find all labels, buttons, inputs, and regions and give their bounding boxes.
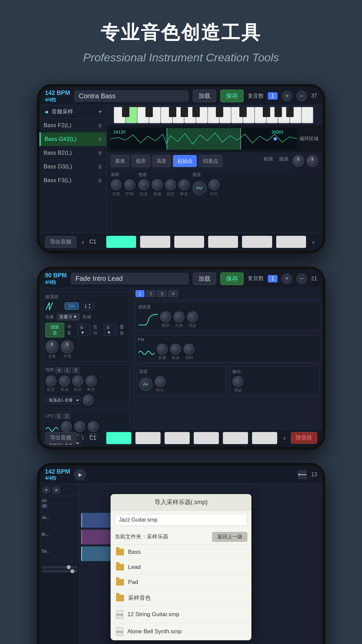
key-d1[interactable] — [140, 236, 170, 248]
file-item-12-string[interactable]: smp 12 String Guitar.smp — [111, 606, 251, 623]
lfo-tab-2[interactable]: 2 — [63, 413, 70, 419]
key-c1-2[interactable] — [106, 432, 131, 444]
filter-res-knob[interactable] — [173, 311, 185, 323]
release-knob[interactable] — [178, 179, 190, 191]
file-item-alone-bell[interactable]: smp Alone Bell Synth.smp — [111, 623, 251, 640]
output-gain-knob[interactable] — [232, 376, 244, 387]
fader-2[interactable] — [42, 570, 77, 573]
lfo-depth-knob[interactable] — [74, 421, 85, 432]
key-f1[interactable] — [208, 236, 238, 248]
add-icon-2[interactable]: + — [282, 273, 292, 284]
chord-value[interactable]: 音量 0 ▼ — [57, 313, 80, 321]
stop-btn[interactable]: ⟵ — [298, 470, 307, 479]
key-a1-2[interactable] — [252, 432, 277, 444]
filter-gain-knob[interactable] — [187, 311, 198, 323]
back-btn[interactable]: 返回上一级 — [212, 532, 247, 542]
sample-item-2[interactable]: Bass B2(L) 🗑 — [40, 146, 106, 160]
decay-knob[interactable] — [152, 179, 163, 191]
vol-knob[interactable] — [111, 179, 122, 191]
filter-freq-knob[interactable] — [160, 311, 171, 323]
add-track-btn[interactable]: + — [42, 486, 50, 494]
num-up[interactable]: ▲ — [88, 303, 91, 306]
env-tab-2[interactable]: 2 — [72, 367, 79, 373]
sample-item-0[interactable]: Bass F2(L) 🗑 — [40, 119, 106, 132]
key-c1[interactable] — [106, 236, 136, 248]
export-btn-2[interactable]: 导出音频 — [45, 432, 76, 444]
attack-knob[interactable] — [138, 179, 149, 191]
reverb2-time-knob[interactable] — [155, 376, 166, 387]
env-sustain-knob[interactable] — [72, 375, 83, 387]
env-release-knob[interactable] — [85, 375, 97, 387]
filter-tab-1[interactable]: 1 — [135, 290, 144, 297]
fine-tune-label[interactable]: 精调 — [261, 155, 275, 167]
play-btn[interactable]: ▶ — [74, 469, 86, 481]
env-tab-1[interactable]: 1 — [64, 367, 71, 373]
prev-key-btn[interactable]: ‹ — [79, 237, 87, 247]
add-icon-1[interactable]: + — [282, 91, 292, 101]
key-g1[interactable] — [242, 236, 272, 248]
sample-item-4[interactable]: Bass F3(L) 🗑 — [40, 174, 106, 187]
pan-knob[interactable] — [124, 179, 135, 191]
delete-icon-3[interactable]: 🗑 — [98, 164, 102, 169]
delete-icon-0[interactable]: 🗑 — [98, 123, 102, 128]
osc-pan-knob[interactable] — [61, 340, 74, 354]
load-btn-2[interactable]: 加载 — [193, 272, 216, 285]
osc-on-btn[interactable]: ON — [65, 303, 79, 310]
fader-1[interactable] — [42, 566, 77, 569]
sustain-knob[interactable] — [165, 179, 176, 191]
delete-icon-4[interactable]: 🗑 — [98, 178, 102, 183]
fine-knob[interactable] — [292, 155, 304, 167]
delete-icon-1[interactable]: 🗑 — [98, 137, 102, 142]
remove-section-btn[interactable]: 除音段 — [291, 432, 317, 444]
key-e1-2[interactable] — [165, 432, 190, 444]
key-e1[interactable] — [174, 236, 204, 248]
cents-value[interactable]: 0 ▼ — [104, 324, 117, 336]
minus-icon-1[interactable]: − — [296, 91, 307, 101]
save-btn-2[interactable]: 保存 — [220, 272, 244, 285]
reverb-time-knob[interactable] — [208, 179, 220, 191]
osc-num-input[interactable]: 1 ▲ ▼ — [81, 302, 94, 310]
folder-item-sample-tone[interactable]: 采样音色 — [111, 590, 251, 606]
delete-icon-2[interactable]: 🗑 — [98, 150, 102, 156]
file-input[interactable]: Jazz Guitar.smp — [115, 514, 247, 526]
fm-vol-knob[interactable] — [157, 343, 168, 355]
env-tab-a[interactable]: A — [55, 367, 63, 373]
instrument-name-2[interactable]: Fade Intro Lead — [71, 273, 189, 284]
lfo-rate-knob[interactable] — [61, 421, 72, 432]
filter-tab-3[interactable]: 3 — [157, 290, 167, 297]
minus-icon-2[interactable]: − — [296, 273, 307, 284]
key-f1-2[interactable] — [194, 432, 219, 444]
export-btn-1[interactable]: 导出音频 — [45, 236, 76, 248]
filter-tab-2[interactable]: 2 — [146, 290, 156, 297]
tab-jieshu[interactable]: 结束点 — [199, 155, 223, 167]
sample-item-3[interactable]: Bass D3(L) 🗑 — [40, 160, 106, 174]
env-assign-select[interactable]: 振荡器1-音量 — [45, 396, 80, 404]
key-d1-2[interactable] — [135, 432, 161, 444]
micro-tune-label[interactable]: 微调 — [277, 155, 290, 167]
save-btn-1[interactable]: 保存 — [220, 90, 244, 102]
filter-btn[interactable]: 滤波器 — [45, 323, 64, 337]
tab-gaoyin[interactable]: 高音 — [152, 155, 171, 167]
tab-diyin[interactable]: 低音 — [131, 155, 150, 167]
fm-mod-knob[interactable] — [183, 343, 195, 355]
micro-knob[interactable] — [306, 155, 318, 167]
tab-jizun[interactable]: 基准 — [111, 155, 129, 167]
pattern-block-4[interactable] — [81, 546, 115, 561]
env-assign-knob[interactable] — [82, 394, 94, 406]
folder-item-pad[interactable]: Pad — [111, 575, 251, 590]
instrument-name-1[interactable]: Contra Bass — [74, 90, 189, 102]
load-btn-1[interactable]: 加载 — [193, 90, 216, 102]
prev-key-btn-2[interactable]: ‹ — [79, 433, 87, 443]
lfo-delay-knob[interactable] — [87, 421, 99, 432]
lfo-tab-1[interactable]: 1 — [55, 413, 62, 419]
key-g1-2[interactable] — [223, 432, 248, 444]
filter-tab-4[interactable]: 4 — [168, 290, 178, 297]
tab-qishidian[interactable]: 起始点 — [173, 155, 197, 167]
add-sample-btn[interactable]: + — [98, 108, 102, 116]
fm-wave-knob[interactable] — [170, 343, 181, 355]
key-a1[interactable] — [276, 236, 306, 248]
track-menu-btn[interactable]: ≡ — [52, 486, 60, 494]
num-down[interactable]: ▼ — [88, 306, 91, 309]
semitone-value[interactable]: 0 ▼ — [77, 324, 90, 336]
next-key-btn[interactable]: › — [309, 237, 317, 247]
